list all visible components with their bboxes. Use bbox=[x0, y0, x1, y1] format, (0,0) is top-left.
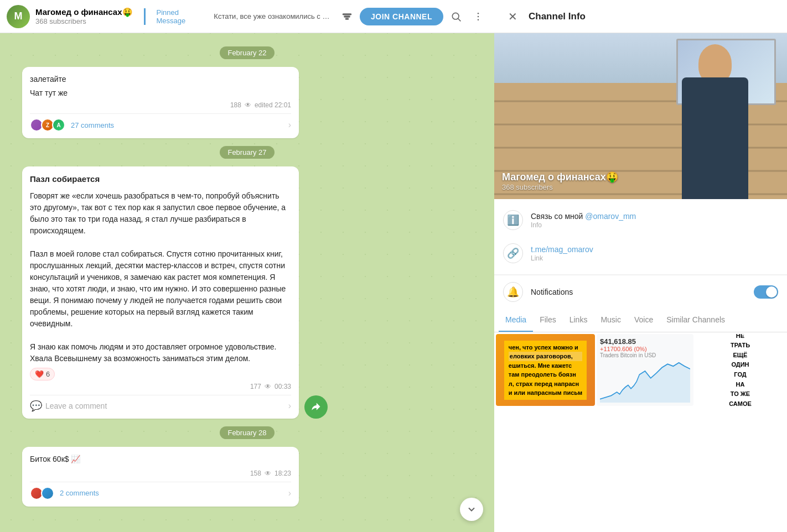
message-meta-1: 188 👁 edited 22:01 bbox=[30, 101, 291, 109]
poster-line7: ТО ЖЕ bbox=[729, 389, 752, 399]
message-meta-2: 177 👁 00:33 bbox=[30, 383, 291, 390]
views-count-2: 177 bbox=[250, 383, 261, 390]
short-msg-1-line2: Чат тут же bbox=[30, 87, 291, 99]
notifications-icon: 🔔 bbox=[503, 282, 523, 302]
avatar[interactable]: М bbox=[7, 5, 30, 28]
bitcoin-msg: Биток 60к$ 📈 bbox=[30, 453, 291, 467]
info-panel-title: Channel Info bbox=[529, 11, 586, 22]
close-button[interactable]: ✕ bbox=[503, 7, 522, 26]
info-row-sub-contact: Info bbox=[531, 221, 778, 229]
filter-button[interactable] bbox=[338, 7, 356, 26]
views-icon-2: 👁 bbox=[265, 383, 271, 390]
tab-voice[interactable]: Voice bbox=[628, 309, 660, 332]
media-grid: чен, что успех можно и еловких разговоро… bbox=[494, 332, 787, 532]
thumb1-text: чен, что успех можно и еловких разговоро… bbox=[504, 341, 587, 400]
comment-avatars-3 bbox=[30, 487, 52, 500]
views-count-3: 158 bbox=[250, 470, 261, 477]
channel-info-header: Магомед о финансах🤑 368 subscribers bbox=[35, 7, 133, 25]
svg-point-7 bbox=[478, 19, 479, 20]
forward-icon bbox=[310, 401, 322, 413]
views-icon-3: 👁 bbox=[265, 470, 271, 477]
media-thumb-1[interactable]: чен, что успех можно и еловких разговоро… bbox=[496, 334, 595, 406]
long-message-wrapper: Пазл собирается Говорят же «если хочешь … bbox=[22, 166, 299, 419]
info-row-contact: ℹ️ Связь со мной @omarov_mm Info bbox=[494, 204, 787, 237]
thumb1-line2: еловких разговоров, bbox=[509, 352, 582, 361]
search-icon bbox=[451, 11, 462, 22]
forward-button[interactable] bbox=[304, 395, 328, 419]
poster-line2: ТРАТЬ bbox=[729, 341, 752, 351]
reaction-badge[interactable]: ❤️ 6 bbox=[30, 368, 55, 380]
notifications-label: Notifications bbox=[531, 288, 746, 296]
poster-line1: НЕ bbox=[729, 334, 752, 341]
search-button[interactable] bbox=[447, 7, 465, 26]
pinned-label: Pinned Message bbox=[157, 8, 210, 25]
leave-comment-row[interactable]: 💬 Leave a comment › bbox=[30, 395, 291, 412]
comments-arrow-1: › bbox=[288, 120, 291, 130]
tab-similar-channels[interactable]: Similar Channels bbox=[660, 309, 732, 332]
comment-avatar-1c: A bbox=[52, 118, 65, 132]
message-time-2: 00:33 bbox=[275, 383, 291, 390]
toggle-knob bbox=[766, 286, 777, 298]
svg-rect-1 bbox=[344, 16, 350, 17]
message-bubble-2: Пазл собирается Говорят же «если хочешь … bbox=[22, 166, 299, 419]
more-icon bbox=[473, 11, 484, 22]
info-row-main-contact: Связь со мной @omarov_mm bbox=[531, 212, 778, 221]
media-thumb-3[interactable]: НЕ ТРАТЬ ЕЩЁ ОДИН ГОД НА ТО ЖЕ САМОЕ bbox=[695, 334, 785, 406]
tab-links[interactable]: Links bbox=[563, 309, 594, 332]
btc-price: $41,618.85 bbox=[600, 337, 690, 346]
chat-panel: М Магомед о финансах🤑 368 subscribers Pi… bbox=[0, 0, 494, 532]
scroll-down-button[interactable] bbox=[460, 498, 483, 521]
btc-change: +11700.606 (0%) bbox=[600, 346, 690, 352]
comment-avatars-1: Z A bbox=[30, 118, 63, 132]
svg-line-4 bbox=[458, 18, 461, 21]
comments-row-1[interactable]: Z A 27 comments › bbox=[30, 113, 291, 132]
more-button[interactable] bbox=[469, 7, 488, 26]
channel-cover: Магомед о финансах🤑 368 subscribers bbox=[494, 33, 787, 199]
media-tabs: Media Files Links Music Voice Similar Ch… bbox=[494, 309, 787, 332]
thumb1-line1: чен, что успех можно и bbox=[509, 343, 582, 352]
tab-media[interactable]: Media bbox=[499, 309, 533, 332]
poster-line5: ГОД bbox=[729, 370, 752, 380]
channel-link[interactable]: t.me/mag_omarov bbox=[531, 245, 593, 254]
thumb1-line6: и или напрасным письм bbox=[509, 388, 582, 398]
filter-icon bbox=[341, 11, 353, 22]
channel-overlay-info: Магомед о финансах🤑 368 subscribers bbox=[502, 171, 618, 191]
media-thumb-2[interactable]: $41,618.85 +11700.606 (0%) Traders Bitco… bbox=[597, 334, 693, 406]
thumb1-line3: ешиться. Мне кажетс bbox=[509, 361, 582, 371]
info-header: ✕ Channel Info bbox=[494, 0, 787, 33]
info-icon: ℹ️ bbox=[503, 210, 523, 230]
link-icon: 🔗 bbox=[503, 243, 523, 263]
channel-info-panel: ✕ Channel Info bbox=[494, 0, 787, 532]
tab-files[interactable]: Files bbox=[533, 309, 563, 332]
comments-row-3[interactable]: 2 comments › bbox=[30, 482, 291, 500]
chat-header: М Магомед о финансах🤑 368 subscribers Pi… bbox=[0, 0, 494, 33]
notifications-row: 🔔 Notifications bbox=[494, 275, 787, 309]
messages-area[interactable]: February 22 залетайте Чат тут же 188 👁 e… bbox=[0, 33, 494, 532]
date-badge-feb27: February 27 bbox=[22, 146, 472, 159]
comments-label-1: 27 comments bbox=[71, 121, 285, 129]
date-badge-feb22: February 22 bbox=[22, 46, 472, 59]
poster-text: НЕ ТРАТЬ ЕЩЁ ОДИН ГОД НА ТО ЖЕ САМОЕ bbox=[727, 334, 754, 406]
pinned-text: Кстати, все уже ознакомились с м... bbox=[214, 12, 332, 20]
message-text-1: залетайте Чат тут же bbox=[30, 74, 291, 99]
comments-arrow-3: › bbox=[288, 488, 291, 498]
message-time-3: 18:23 bbox=[275, 470, 291, 477]
svg-point-6 bbox=[478, 15, 479, 17]
notifications-content: Notifications bbox=[531, 288, 746, 296]
svg-rect-2 bbox=[345, 18, 348, 19]
info-row-main-link: t.me/mag_omarov bbox=[531, 245, 778, 254]
person-image bbox=[660, 55, 770, 199]
comment-avatar-3b bbox=[41, 487, 54, 500]
tab-music[interactable]: Music bbox=[594, 309, 628, 332]
leave-comment-text: Leave a comment bbox=[45, 401, 285, 410]
person-body bbox=[682, 77, 748, 199]
pinned-message-area[interactable]: Pinned Message Кстати, все уже ознакомил… bbox=[144, 8, 332, 25]
svg-rect-0 bbox=[343, 14, 351, 15]
join-channel-button[interactable]: JOIN CHANNEL bbox=[360, 8, 443, 25]
thumb1-line5: л, страх перед напрасн bbox=[509, 379, 582, 389]
svg-point-5 bbox=[478, 12, 479, 14]
message-title-2: Пазл собирается bbox=[30, 173, 291, 186]
poster-line3: ЕЩЁ bbox=[729, 351, 752, 361]
notifications-toggle[interactable] bbox=[754, 285, 778, 299]
contact-link[interactable]: @omarov_mm bbox=[585, 212, 636, 221]
